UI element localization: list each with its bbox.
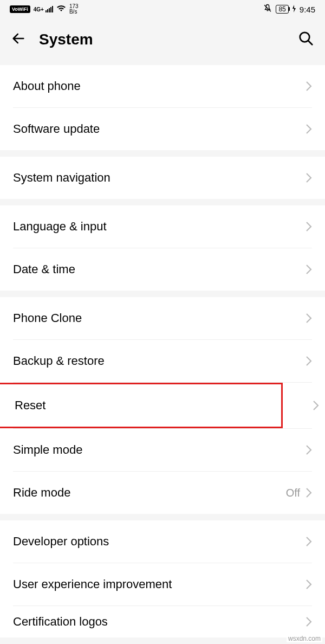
section: About phone Software update — [0, 65, 325, 150]
row-label: Developer options — [13, 534, 306, 549]
chevron-right-icon — [306, 487, 312, 498]
chevron-right-icon — [306, 124, 312, 134]
row-label: Backup & restore — [13, 354, 306, 368]
chevron-right-icon — [306, 579, 312, 590]
wifi-icon — [56, 5, 66, 14]
row-ride-mode[interactable]: Ride mode Off — [0, 472, 325, 514]
row-about-phone[interactable]: About phone — [0, 65, 325, 107]
clock: 9:45 — [300, 5, 315, 14]
row-certification-logos[interactable]: Certification logos — [0, 606, 325, 637]
row-user-experience[interactable]: User experience improvement — [0, 563, 325, 606]
row-label: About phone — [13, 79, 306, 93]
page-title: System — [39, 31, 285, 48]
chevron-right-icon — [306, 536, 312, 547]
row-developer-options[interactable]: Developer options — [0, 520, 325, 563]
row-value: Off — [286, 487, 300, 499]
dnd-icon — [263, 4, 272, 15]
row-label: Phone Clone — [13, 311, 306, 325]
header: System — [0, 18, 325, 65]
row-software-update[interactable]: Software update — [0, 108, 325, 150]
status-right: 85 9:45 — [263, 4, 315, 15]
row-label: Certification logos — [13, 615, 306, 629]
highlight-annotation: Reset — [0, 383, 283, 428]
section: Phone Clone Backup & restore Reset Simpl… — [0, 297, 325, 514]
row-language-input[interactable]: Language & input — [0, 205, 325, 248]
chevron-right-icon — [306, 172, 312, 183]
chevron-right-icon — [306, 313, 312, 324]
row-label: Language & input — [13, 220, 306, 234]
cellular-signal-icon: 4G+ — [34, 6, 53, 12]
row-reset[interactable]: Reset — [0, 384, 281, 427]
row-date-time[interactable]: Date & time — [0, 248, 325, 291]
search-icon[interactable] — [298, 30, 314, 49]
row-label: Date & time — [13, 262, 306, 276]
row-label: Simple mode — [13, 443, 306, 457]
status-bar: VoWiFi 4G+ 173 B/s 85 9:45 — [0, 0, 325, 18]
row-backup-restore[interactable]: Backup & restore — [0, 340, 325, 382]
row-label: System navigation — [13, 171, 306, 185]
row-system-navigation[interactable]: System navigation — [0, 157, 325, 199]
row-simple-mode[interactable]: Simple mode — [0, 429, 325, 471]
row-label: Ride mode — [13, 486, 286, 500]
charging-icon — [292, 5, 296, 14]
chevron-right-icon — [306, 264, 312, 275]
chevron-right-icon — [306, 221, 312, 232]
chevron-right-icon — [306, 445, 312, 455]
section: Developer options User experience improv… — [0, 520, 325, 637]
network-speed: 173 B/s — [69, 4, 79, 15]
section: Language & input Date & time — [0, 205, 325, 291]
battery-indicator: 85 — [276, 5, 288, 14]
row-phone-clone[interactable]: Phone Clone — [0, 297, 325, 339]
vowifi-indicator: VoWiFi — [10, 5, 30, 13]
row-label: Software update — [13, 122, 306, 136]
chevron-right-icon — [313, 400, 319, 411]
status-left: VoWiFi 4G+ 173 B/s — [10, 4, 79, 15]
watermark: wsxdn.com — [287, 635, 322, 642]
chevron-right-icon — [306, 616, 312, 627]
back-icon[interactable] — [11, 31, 26, 48]
chevron-right-icon — [306, 81, 312, 92]
row-label: User experience improvement — [13, 577, 306, 591]
row-label: Reset — [15, 398, 281, 413]
section: System navigation — [0, 157, 325, 199]
chevron-right-icon — [306, 356, 312, 366]
